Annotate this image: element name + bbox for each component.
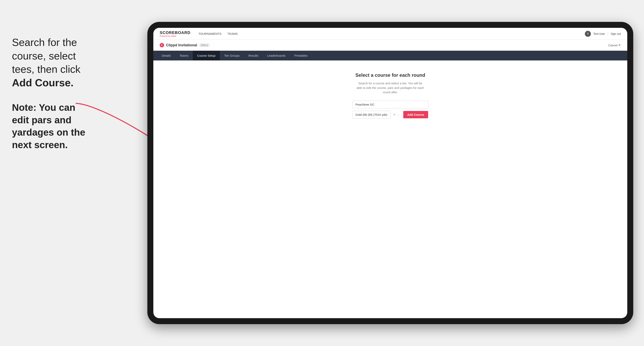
- tee-select-row: Gold (M) (M) (7010 yds) ✕ ⌄ Add Course: [352, 111, 428, 119]
- tablet-device: SCOREBOARD Powered by clippd TOURNAMENTS…: [147, 22, 633, 324]
- cancel-button[interactable]: Cancel ✕: [608, 43, 621, 47]
- app-navbar: SCOREBOARD Powered by clippd TOURNAMENTS…: [153, 28, 627, 40]
- tab-tee-groups[interactable]: Tee Groups: [220, 51, 244, 60]
- tab-details[interactable]: Details: [157, 51, 175, 60]
- tournament-icon: C: [160, 43, 164, 47]
- course-search-input[interactable]: [352, 101, 428, 108]
- tournament-badge: (Men): [199, 43, 210, 47]
- separator: |: [607, 32, 608, 36]
- main-content: Select a course for each round Search fo…: [153, 60, 627, 131]
- tab-leaderboards[interactable]: Leaderboards: [263, 51, 290, 60]
- section-description: Search for a course and select a tee. Yo…: [356, 81, 424, 95]
- nav-teams[interactable]: TEAMS: [228, 32, 238, 35]
- sign-out-link[interactable]: Sign out: [611, 32, 621, 35]
- tournament-header: C Clippd Invitational (Men) Cancel ✕: [153, 40, 627, 51]
- tournament-title-row: C Clippd Invitational (Men): [160, 43, 210, 47]
- tee-select-wrapper: Gold (M) (M) (7010 yds) ✕ ⌄: [352, 111, 401, 119]
- brand-logo: SCOREBOARD Powered by clippd: [160, 30, 190, 37]
- tee-dropdown-arrow-icon[interactable]: ⌄: [397, 113, 399, 116]
- tab-bar: Details Teams Course Setup Tee Groups Re…: [153, 51, 627, 60]
- tab-teams[interactable]: Teams: [175, 51, 193, 60]
- tab-course-setup[interactable]: Course Setup: [193, 51, 220, 60]
- section-title: Select a course for each round: [356, 72, 425, 78]
- clear-tee-button[interactable]: ✕: [393, 113, 396, 116]
- user-name: Test User: [593, 32, 605, 35]
- tab-printables[interactable]: Printables: [290, 51, 312, 60]
- nav-links: TOURNAMENTS TEAMS: [198, 32, 238, 35]
- user-avatar: R: [585, 31, 591, 37]
- course-search-container: Gold (M) (M) (7010 yds) ✕ ⌄ Add Course: [352, 101, 428, 119]
- main-annotation: Search for the course, select tees, then…: [12, 36, 116, 89]
- brand-sub: Powered by clippd: [160, 35, 190, 37]
- tournament-name: Clippd Invitational: [166, 43, 197, 47]
- brand-name: SCOREBOARD: [160, 30, 190, 35]
- navbar-left: SCOREBOARD Powered by clippd TOURNAMENTS…: [160, 30, 238, 37]
- tab-results[interactable]: Results: [244, 51, 263, 60]
- navbar-right: R Test User | Sign out: [585, 31, 621, 37]
- nav-tournaments[interactable]: TOURNAMENTS: [198, 32, 222, 35]
- tablet-screen: SCOREBOARD Powered by clippd TOURNAMENTS…: [153, 28, 627, 318]
- add-course-button[interactable]: Add Course: [403, 111, 428, 118]
- tee-select[interactable]: Gold (M) (M) (7010 yds): [352, 111, 390, 119]
